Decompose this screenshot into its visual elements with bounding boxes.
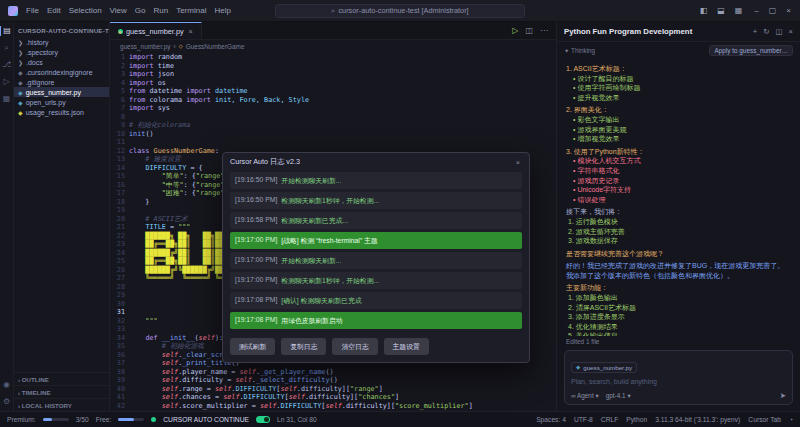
maximize-icon[interactable]: ▢	[764, 6, 782, 15]
modified-dot-icon: ●	[118, 29, 123, 34]
edited-note[interactable]: Edited 1 file	[557, 336, 800, 347]
minimize-icon[interactable]: –	[749, 6, 763, 15]
bell-icon[interactable]: ◔	[789, 416, 793, 423]
log-message: 开始检测聊天刷新...	[281, 256, 341, 266]
status-item-utf-8[interactable]: UTF-8	[574, 416, 593, 423]
chat-line: 1. 添加颜色输出	[566, 293, 791, 303]
dialog-button-测试刷新[interactable]: 测试刷新	[230, 338, 275, 355]
command-center-search[interactable]: ⌕ cursor-auto-continue-test [Administrat…	[275, 4, 525, 18]
file-name: .gitignore	[26, 79, 55, 86]
file-name: .cursorindexingignore	[26, 69, 93, 76]
menu-file[interactable]: File	[22, 6, 43, 15]
extensions-icon[interactable]: ▦	[0, 94, 13, 104]
menu-view[interactable]: View	[106, 6, 131, 15]
status-item-ln-31-col-80[interactable]: Ln 31, Col 80	[277, 416, 317, 423]
send-icon[interactable]: ➤	[780, 391, 786, 400]
menubar: FileEditSelectionViewGoRunTerminalHelp	[22, 6, 235, 15]
file-item-guess-number-py[interactable]: ◆guess_number.py	[14, 87, 109, 97]
dialog-close-icon[interactable]: ×	[514, 158, 522, 167]
tab-close-icon[interactable]: ×	[189, 27, 193, 36]
status-item-python[interactable]: Python	[626, 416, 647, 423]
section-timeline[interactable]: › TIMELINE	[14, 385, 109, 398]
log-row: [19:17:00 PM]检测聊天刷新1秒钟，开始检测...	[230, 272, 522, 289]
line-number: 7	[110, 104, 125, 113]
breadcrumb-symbol[interactable]: GuessNumberGame	[186, 43, 245, 50]
status-item-3-11-3-64-bit-3-11-3-pye[interactable]: 3.11.3 64-bit ('3.11.3': pyenv)	[655, 416, 740, 423]
line-number: 14	[110, 164, 125, 173]
code-line	[129, 113, 556, 122]
panel-icon[interactable]: ◫	[776, 27, 783, 36]
file-item-usage-results-json[interactable]: ◆usage_results.json	[14, 107, 109, 117]
code-line: import sys	[129, 104, 556, 113]
settings-icon[interactable]: ⚙	[0, 397, 13, 407]
explorer-icon[interactable]: ▤	[0, 26, 13, 36]
run-icon[interactable]: ▷	[512, 26, 518, 35]
chat-body[interactable]: 1. ASCII艺术标题：设计了醒目的标题使用字符画绘制标题提升视觉效果2. 界…	[557, 59, 800, 336]
file-item--cursorindexingignore[interactable]: ◆.cursorindexingignore	[14, 67, 109, 77]
more-actions-icon[interactable]: ⋯	[540, 26, 548, 35]
log-row: [19:17:08 PM][确认] 检测聊天刷新已完成	[230, 292, 522, 309]
menu-edit[interactable]: Edit	[43, 6, 65, 15]
status-item-premium-[interactable]: Premium:	[7, 416, 36, 423]
folder-icon: ❯	[18, 39, 23, 46]
line-number: 39	[110, 376, 125, 385]
menu-help[interactable]: Help	[210, 6, 234, 15]
chat-input-box[interactable]: ◆ guess_number.py Plan, search, build an…	[564, 350, 793, 405]
free-usage-bar[interactable]	[118, 418, 144, 421]
file-item--gitignore[interactable]: ◆.gitignore	[14, 77, 109, 87]
source-control-icon[interactable]: ⎇	[0, 60, 13, 70]
status-item-spaces-4[interactable]: Spaces: 4	[536, 416, 566, 423]
file-item-open-urls-py[interactable]: ◆open_urls.py	[14, 97, 109, 107]
menu-terminal[interactable]: Terminal	[172, 6, 210, 15]
chat-line: 彩色文字输出	[566, 115, 791, 125]
search-icon[interactable]: ⌕	[0, 43, 13, 53]
title-bar: FileEditSelectionViewGoRunTerminalHelp ⌕…	[0, 0, 800, 22]
agent-mode-dropdown[interactable]: ∞ Agent ▾	[571, 392, 599, 400]
log-message: [确认] 检测聊天刷新已完成	[281, 296, 361, 306]
layout-panel-icon[interactable]: ⬓	[712, 6, 730, 15]
menu-go[interactable]: Go	[131, 6, 150, 15]
tab-guess-number-py[interactable]: ● guess_number.py ×	[110, 22, 202, 39]
layout-grid-icon[interactable]: ▦	[730, 6, 748, 15]
chat-line: 1. 运行颜色模块	[566, 217, 791, 227]
code-line: self.player_name = self._get_player_name…	[129, 368, 556, 377]
chat-input-placeholder[interactable]: Plan, search, build anything	[571, 378, 786, 385]
thinking-label[interactable]: ✦ Thinking	[564, 47, 595, 55]
status-item-free-[interactable]: Free:	[96, 416, 112, 423]
auto-continue-toggle[interactable]	[256, 416, 270, 423]
status-dot[interactable]	[151, 417, 156, 422]
close-icon[interactable]: ×	[789, 27, 793, 36]
status-item-crlf[interactable]: CRLF	[601, 416, 618, 423]
section-outline[interactable]: › OUTLINE	[14, 372, 109, 385]
dialog-button-清空日志[interactable]: 清空日志	[332, 338, 377, 355]
apply-button[interactable]: Apply to guess_number…	[709, 45, 793, 56]
explorer-title[interactable]: CURSOR-AUTO-CONTINUE-TEST	[14, 22, 109, 37]
line-number: 42	[110, 402, 125, 411]
status-item-cursor-auto-continue[interactable]: CURSOR AUTO CONTINUE	[163, 416, 249, 423]
run-debug-icon[interactable]: ▷	[0, 77, 13, 87]
split-editor-icon[interactable]: ◫	[525, 26, 533, 35]
file-item--docs[interactable]: ❯.docs	[14, 57, 109, 67]
code-line: self.chances = self.DIFFICULTY[self.diff…	[129, 393, 556, 402]
premium-usage-bar[interactable]	[43, 418, 69, 421]
chat-line: 游戏历史记录	[566, 176, 791, 186]
line-number: 32	[110, 317, 125, 326]
section-local-history[interactable]: › LOCAL HISTORY	[14, 398, 109, 411]
breadcrumb[interactable]: guess_number.py › ◇ GuessNumberGame	[110, 40, 556, 52]
file-item--history[interactable]: ❯.history	[14, 37, 109, 47]
menu-run[interactable]: Run	[149, 6, 172, 15]
breadcrumb-file[interactable]: guess_number.py	[120, 43, 170, 50]
model-dropdown[interactable]: gpt-4.1 ▾	[606, 392, 631, 400]
status-item-cursor-tab[interactable]: Cursor Tab	[748, 416, 781, 423]
status-item-3-50[interactable]: 3/50	[76, 416, 89, 423]
history-icon[interactable]: ↻	[763, 27, 769, 36]
menu-selection[interactable]: Selection	[65, 6, 106, 15]
add-chat-icon[interactable]: +	[753, 27, 757, 36]
dialog-button-复制日志[interactable]: 复制日志	[281, 338, 326, 355]
account-icon[interactable]: ◉	[0, 380, 13, 390]
layout-sidebar-icon[interactable]: ◧	[695, 6, 713, 15]
close-icon[interactable]: ×	[781, 6, 796, 15]
dialog-button-主题设置[interactable]: 主题设置	[384, 338, 429, 355]
context-chip[interactable]: ◆ guess_number.py	[571, 362, 637, 373]
file-item--specstory[interactable]: ❯.specstory	[14, 47, 109, 57]
